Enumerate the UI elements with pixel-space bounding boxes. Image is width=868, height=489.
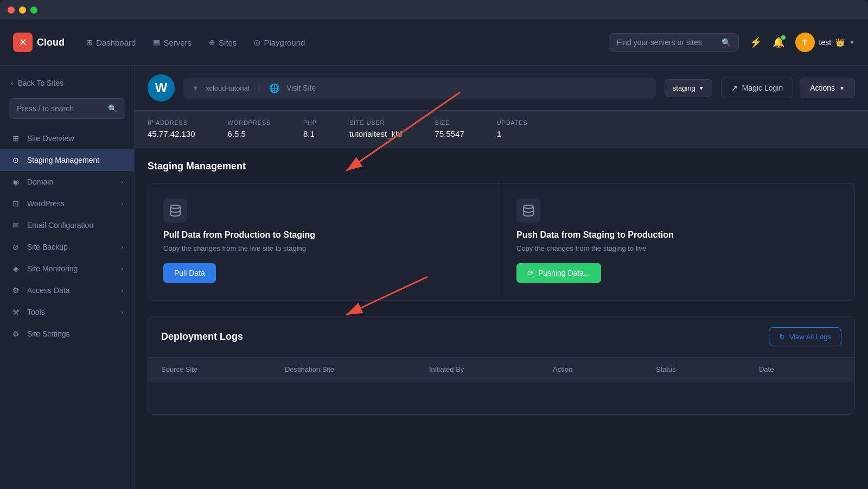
stat-updates-value: 1 [497, 129, 528, 138]
nav-servers-label: Servers [163, 38, 192, 47]
vesta-icon: ▼ [192, 84, 199, 92]
global-search[interactable]: Find your servers or sites 🔍 [609, 33, 739, 52]
sidebar-item-email-label: Email Configuration [27, 221, 93, 230]
chevron-down-icon: ▼ [849, 39, 855, 46]
pull-card-title: Pull Data from Production to Staging [163, 230, 486, 240]
main-layout: ‹ Back To Sites Press / to search 🔍 ⊞ Si… [0, 66, 868, 489]
nav-dashboard[interactable]: ⊞ Dashboard [86, 38, 136, 47]
nav-right: Find your servers or sites 🔍 ⚡ 🔔 T test … [609, 33, 855, 52]
visit-site-link[interactable]: Visit Site [286, 84, 316, 92]
sidebar-item-site-settings[interactable]: ⚙ Site Settings [0, 323, 134, 345]
logs-header: Deployment Logs ↻ View All Logs [148, 316, 854, 358]
stat-php: PHP 8.1 [303, 119, 317, 138]
user-name: test [819, 38, 832, 47]
actions-label: Actions [810, 84, 835, 92]
sidebar-search-placeholder: Press / to search [17, 104, 74, 113]
magic-login-label: Magic Login [742, 84, 783, 92]
user-menu[interactable]: T test 👑 ▼ [795, 33, 855, 52]
col-source-site: Source Site [161, 365, 285, 373]
sidebar-item-tools-label: Tools [27, 308, 45, 316]
staging-cards-grid: Pull Data from Production to Staging Cop… [148, 183, 855, 301]
site-tutorial-name: xcloud-tutorial [206, 84, 250, 92]
sidebar-item-site-backup[interactable]: ⊘ Site Backup › [0, 236, 134, 258]
nav-sites[interactable]: ⊕ Sites [209, 38, 237, 47]
logs-table-empty [148, 382, 854, 414]
wordpress-icon: ⊡ [11, 199, 21, 208]
sidebar-item-domain[interactable]: ◉ Domain › [0, 171, 134, 193]
push-data-icon [516, 199, 540, 223]
push-data-card: Push Data from Staging to Production Cop… [501, 183, 854, 300]
separator: | [258, 83, 260, 93]
stat-size: SIZE 75.5547 [435, 119, 464, 138]
site-overview-icon: ⊞ [11, 134, 21, 143]
stat-size-label: SIZE [435, 119, 464, 126]
stat-wp-label: WORDPRESS [228, 119, 271, 126]
pull-data-button[interactable]: Pull Data [163, 263, 216, 283]
stat-updates: UPDATES 1 [497, 119, 528, 138]
back-to-sites-link[interactable]: ‹ Back To Sites [0, 74, 134, 98]
window-chrome [0, 0, 868, 20]
view-all-logs-button[interactable]: ↻ View All Logs [769, 327, 841, 346]
push-data-button[interactable]: ⟳ Pushing Data... [516, 263, 601, 283]
sidebar-item-site-monitoring[interactable]: ◈ Site Monitoring › [0, 258, 134, 280]
environment-label: staging [673, 84, 695, 92]
sidebar-item-site-overview[interactable]: ⊞ Site Overview [0, 128, 134, 149]
stat-wordpress: WORDPRESS 6.5.5 [228, 119, 271, 138]
svg-point-1 [524, 205, 533, 208]
nav-playground-label: Playground [264, 38, 305, 47]
stat-ip-label: IP ADDRESS [148, 119, 195, 126]
svg-point-0 [170, 205, 180, 208]
notifications-button[interactable]: 🔔 [773, 36, 784, 48]
site-name-bar: ▼ xcloud-tutorial | 🌐 Visit Site [183, 78, 656, 99]
logs-icon: ↻ [779, 333, 785, 341]
push-card-desc: Copy the changes from the staging to liv… [516, 244, 839, 252]
stat-user-value: tutorialtest_khf [349, 129, 403, 138]
back-arrow-icon: ‹ [11, 79, 14, 87]
sidebar-item-wordpress[interactable]: ⊡ WordPress › [0, 193, 134, 214]
staging-management-section: Staging Management Pull Data from Produc… [135, 148, 868, 415]
globe-icon: 🌐 [269, 83, 280, 93]
environment-badge[interactable]: staging ▼ [665, 79, 712, 97]
deployment-logs-title: Deployment Logs [161, 331, 243, 342]
site-settings-icon: ⚙ [11, 329, 21, 338]
site-header-bar: W ▼ xcloud-tutorial | 🌐 Visit Site stagi… [135, 66, 868, 111]
col-status: Status [656, 365, 759, 373]
visit-site-label: Visit Site [286, 84, 316, 92]
sidebar-item-tools[interactable]: ⚒ Tools › [0, 301, 134, 323]
close-button[interactable] [8, 7, 15, 14]
spinner-icon: ⟳ [527, 269, 534, 277]
minimize-button[interactable] [19, 7, 26, 14]
sidebar-item-staging-management[interactable]: ⊙ Staging Management [0, 149, 134, 171]
stat-updates-label: UPDATES [497, 119, 528, 126]
access-data-icon: ⚙ [11, 286, 21, 295]
nav-sites-label: Sites [219, 38, 237, 47]
logs-table-header: Source Site Destination Site Initiated B… [148, 358, 854, 382]
nav-playground[interactable]: ◎ Playground [254, 38, 305, 47]
site-actions: ↗ Magic Login Actions ▼ [721, 78, 855, 98]
top-navigation: ✕ Cloud ⊞ Dashboard ▤ Servers ⊕ Sites ◎ … [0, 20, 868, 66]
sidebar-item-backup-label: Site Backup [27, 243, 68, 251]
logo[interactable]: ✕ Cloud [13, 33, 65, 52]
main-content: W ▼ xcloud-tutorial | 🌐 Visit Site stagi… [135, 66, 868, 489]
col-initiated-by: Initiated By [429, 365, 553, 373]
sidebar-item-access-data-label: Access Data [27, 286, 70, 295]
sidebar-item-domain-label: Domain [27, 177, 53, 186]
nav-servers[interactable]: ▤ Servers [153, 38, 192, 47]
col-action: Action [553, 365, 656, 373]
staging-management-icon: ⊙ [11, 156, 21, 164]
magic-login-button[interactable]: ↗ Magic Login [721, 78, 794, 98]
stat-ip-address: IP ADDRESS 45.77.42.130 [148, 119, 195, 138]
sidebar-item-email-configuration[interactable]: ✉ Email Configuration [0, 214, 134, 236]
push-card-title: Push Data from Staging to Production [516, 230, 839, 240]
activity-button[interactable]: ⚡ [750, 36, 762, 48]
actions-button[interactable]: Actions ▼ [800, 78, 855, 98]
sidebar-item-access-data[interactable]: ⚙ Access Data › [0, 280, 134, 301]
avatar: T [795, 33, 815, 52]
dashboard-icon: ⊞ [86, 38, 93, 47]
sidebar-search[interactable]: Press / to search 🔍 [9, 98, 125, 119]
search-icon: 🔍 [722, 38, 731, 47]
domain-icon: ◉ [11, 177, 21, 186]
chevron-right-icon: › [121, 179, 123, 185]
maximize-button[interactable] [30, 7, 37, 14]
search-placeholder: Find your servers or sites [617, 38, 702, 47]
